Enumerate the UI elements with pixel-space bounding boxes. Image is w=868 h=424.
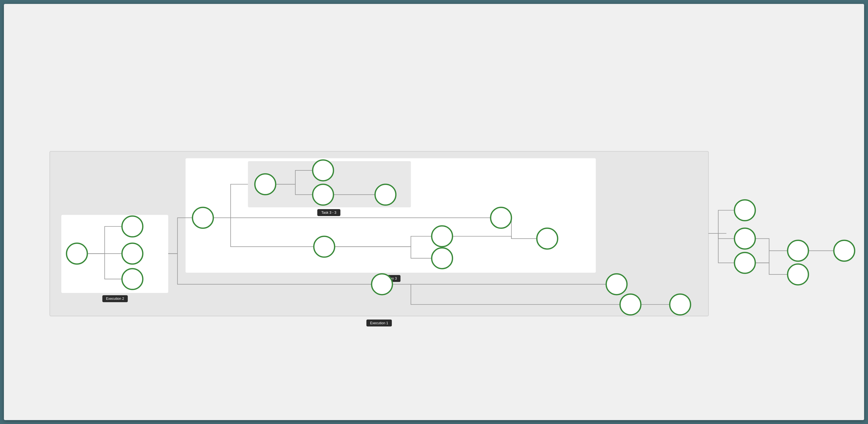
node-e2-root[interactable] <box>66 243 87 264</box>
node-out-d2[interactable] <box>788 264 808 285</box>
node-e3-out[interactable] <box>537 228 558 249</box>
node-e1-low-a[interactable] <box>606 274 627 295</box>
node-e2-a[interactable] <box>122 216 143 237</box>
node-t33-a[interactable] <box>313 160 333 181</box>
node-e3-p1[interactable] <box>432 226 453 247</box>
node-t33-root[interactable] <box>255 174 276 194</box>
node-e1-low-c[interactable] <box>670 294 690 315</box>
node-e2-c[interactable] <box>122 269 143 290</box>
node-e3-mid[interactable] <box>314 236 335 257</box>
diagram-stage[interactable]: Execution 1 Execution 2 Execution 3 Ta <box>4 4 864 420</box>
node-t33-b[interactable] <box>313 184 333 205</box>
label-execution1: Execution 1 <box>366 320 392 326</box>
svg-text:Execution 1: Execution 1 <box>370 321 388 325</box>
node-e1-low-b[interactable] <box>620 294 641 315</box>
label-task33: Task 3 - 3 <box>317 209 340 216</box>
node-e3-q[interactable] <box>491 207 512 228</box>
node-out-c[interactable] <box>735 252 755 273</box>
node-out-d[interactable] <box>788 240 808 261</box>
node-e3-root[interactable] <box>192 207 213 228</box>
node-out-a[interactable] <box>735 200 755 221</box>
node-out-e[interactable] <box>834 240 855 261</box>
svg-text:Execution 2: Execution 2 <box>106 297 124 301</box>
node-e3-p2[interactable] <box>432 248 453 269</box>
node-t33-c[interactable] <box>375 184 396 205</box>
node-out-b[interactable] <box>735 228 755 249</box>
node-e1-low-root[interactable] <box>372 274 392 295</box>
svg-text:Task 3 - 3: Task 3 - 3 <box>321 211 336 215</box>
workflow-diagram[interactable]: Execution 1 Execution 2 Execution 3 Ta <box>4 4 864 420</box>
node-e2-b[interactable] <box>122 243 143 264</box>
label-execution2: Execution 2 <box>102 295 128 302</box>
